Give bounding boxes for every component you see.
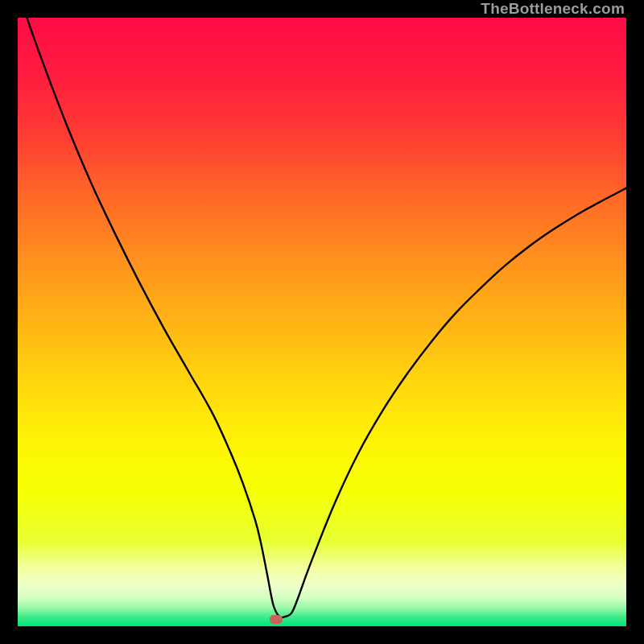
plot-area [18,18,626,626]
chart-frame: TheBottleneck.com [0,0,644,644]
bottleneck-curve [18,18,626,626]
optimal-marker [270,615,283,624]
watermark-text: TheBottleneck.com [481,0,625,18]
